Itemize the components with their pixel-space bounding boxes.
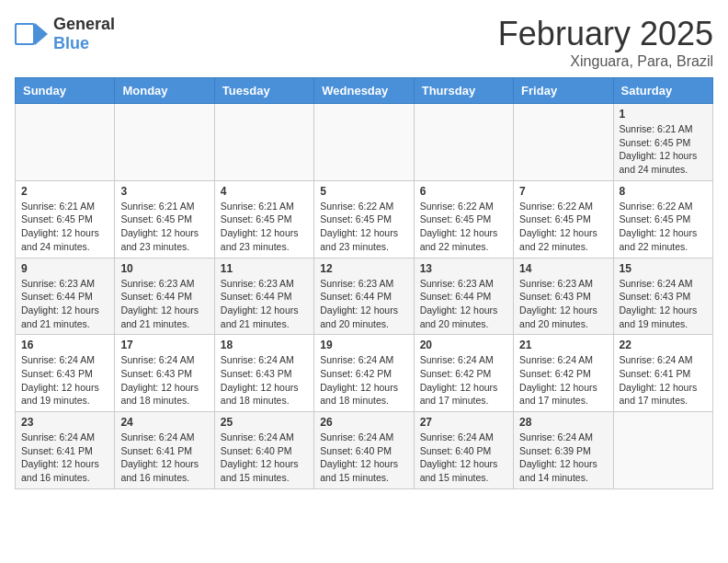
day-number: 19	[320, 339, 407, 351]
weekday-header-row: SundayMondayTuesdayWednesdayThursdayFrid…	[16, 78, 713, 104]
page-header: General Blue February 2025 Xinguara, Par…	[15, 15, 713, 70]
logo-general: General	[53, 15, 115, 33]
day-number: 20	[420, 339, 507, 351]
weekday-header-wednesday: Wednesday	[314, 78, 414, 104]
svg-rect-2	[17, 25, 33, 43]
calendar-cell: 25Sunrise: 6:24 AM Sunset: 6:40 PM Dayli…	[214, 412, 313, 489]
day-info: Sunrise: 6:24 AM Sunset: 6:42 PM Dayligh…	[519, 353, 607, 408]
day-number: 16	[21, 339, 108, 351]
calendar-cell: 8Sunrise: 6:22 AM Sunset: 6:45 PM Daylig…	[613, 180, 712, 258]
calendar-week-2: 2Sunrise: 6:21 AM Sunset: 6:45 PM Daylig…	[16, 180, 713, 258]
title-area: February 2025 Xinguara, Para, Brazil	[498, 15, 713, 70]
month-title: February 2025	[498, 15, 713, 53]
calendar-cell: 27Sunrise: 6:24 AM Sunset: 6:40 PM Dayli…	[414, 412, 513, 489]
day-number: 22	[620, 339, 707, 351]
calendar-cell: 9Sunrise: 6:23 AM Sunset: 6:44 PM Daylig…	[16, 258, 115, 335]
day-info: Sunrise: 6:23 AM Sunset: 6:43 PM Dayligh…	[519, 277, 607, 331]
weekday-header-monday: Monday	[115, 78, 214, 104]
day-number: 24	[120, 416, 208, 429]
day-info: Sunrise: 6:24 AM Sunset: 6:40 PM Dayligh…	[221, 431, 308, 485]
svg-marker-1	[35, 23, 48, 45]
calendar-week-3: 9Sunrise: 6:23 AM Sunset: 6:44 PM Daylig…	[16, 258, 713, 335]
day-info: Sunrise: 6:22 AM Sunset: 6:45 PM Dayligh…	[519, 200, 607, 254]
calendar-cell	[414, 104, 513, 181]
day-number: 26	[320, 416, 407, 429]
day-info: Sunrise: 6:24 AM Sunset: 6:42 PM Dayligh…	[420, 353, 507, 408]
logo-blue: Blue	[53, 34, 89, 52]
calendar-cell: 7Sunrise: 6:22 AM Sunset: 6:45 PM Daylig…	[514, 180, 613, 258]
weekday-header-friday: Friday	[514, 78, 613, 104]
day-info: Sunrise: 6:24 AM Sunset: 6:40 PM Dayligh…	[420, 431, 507, 485]
calendar-cell: 19Sunrise: 6:24 AM Sunset: 6:42 PM Dayli…	[314, 335, 414, 412]
calendar-cell: 2Sunrise: 6:21 AM Sunset: 6:45 PM Daylig…	[16, 180, 115, 258]
calendar-cell: 20Sunrise: 6:24 AM Sunset: 6:42 PM Dayli…	[414, 335, 513, 412]
day-number: 7	[519, 185, 607, 198]
day-info: Sunrise: 6:21 AM Sunset: 6:45 PM Dayligh…	[620, 122, 707, 177]
day-info: Sunrise: 6:23 AM Sunset: 6:44 PM Dayligh…	[221, 277, 308, 331]
calendar-cell	[613, 412, 712, 489]
calendar-cell: 4Sunrise: 6:21 AM Sunset: 6:45 PM Daylig…	[214, 180, 313, 258]
calendar-cell: 24Sunrise: 6:24 AM Sunset: 6:41 PM Dayli…	[115, 412, 214, 489]
calendar-cell: 12Sunrise: 6:23 AM Sunset: 6:44 PM Dayli…	[314, 258, 414, 335]
day-info: Sunrise: 6:24 AM Sunset: 6:39 PM Dayligh…	[519, 431, 607, 485]
calendar-table: SundayMondayTuesdayWednesdayThursdayFrid…	[15, 77, 713, 489]
day-number: 21	[519, 339, 607, 351]
calendar-cell: 14Sunrise: 6:23 AM Sunset: 6:43 PM Dayli…	[514, 258, 613, 335]
day-info: Sunrise: 6:24 AM Sunset: 6:41 PM Dayligh…	[620, 353, 707, 408]
calendar-cell: 28Sunrise: 6:24 AM Sunset: 6:39 PM Dayli…	[514, 412, 613, 489]
day-number: 6	[420, 185, 507, 198]
calendar-cell: 6Sunrise: 6:22 AM Sunset: 6:45 PM Daylig…	[414, 180, 513, 258]
day-info: Sunrise: 6:21 AM Sunset: 6:45 PM Dayligh…	[21, 200, 108, 254]
day-number: 15	[620, 262, 707, 275]
day-number: 3	[120, 185, 208, 198]
day-number: 5	[320, 185, 407, 198]
calendar-cell: 21Sunrise: 6:24 AM Sunset: 6:42 PM Dayli…	[514, 335, 613, 412]
calendar-week-1: 1Sunrise: 6:21 AM Sunset: 6:45 PM Daylig…	[16, 104, 713, 181]
day-info: Sunrise: 6:24 AM Sunset: 6:42 PM Dayligh…	[320, 353, 407, 408]
day-info: Sunrise: 6:24 AM Sunset: 6:43 PM Dayligh…	[221, 353, 308, 408]
day-number: 8	[620, 185, 707, 198]
day-number: 4	[221, 185, 308, 198]
day-number: 23	[21, 416, 108, 429]
calendar-cell: 22Sunrise: 6:24 AM Sunset: 6:41 PM Dayli…	[613, 335, 712, 412]
day-info: Sunrise: 6:23 AM Sunset: 6:44 PM Dayligh…	[120, 277, 208, 331]
calendar-cell: 11Sunrise: 6:23 AM Sunset: 6:44 PM Dayli…	[214, 258, 313, 335]
day-number: 18	[221, 339, 308, 351]
day-info: Sunrise: 6:22 AM Sunset: 6:45 PM Dayligh…	[620, 200, 707, 254]
weekday-header-thursday: Thursday	[414, 78, 513, 104]
day-number: 28	[519, 416, 607, 429]
calendar-cell: 17Sunrise: 6:24 AM Sunset: 6:43 PM Dayli…	[115, 335, 214, 412]
day-info: Sunrise: 6:21 AM Sunset: 6:45 PM Dayligh…	[120, 200, 208, 254]
weekday-header-sunday: Sunday	[16, 78, 115, 104]
day-number: 10	[120, 262, 208, 275]
day-number: 9	[21, 262, 108, 275]
day-number: 11	[221, 262, 308, 275]
calendar-cell: 26Sunrise: 6:24 AM Sunset: 6:40 PM Dayli…	[314, 412, 414, 489]
location-title: Xinguara, Para, Brazil	[498, 53, 713, 70]
calendar-cell	[115, 104, 214, 181]
calendar-cell	[214, 104, 313, 181]
calendar-cell: 15Sunrise: 6:24 AM Sunset: 6:43 PM Dayli…	[613, 258, 712, 335]
calendar-cell: 18Sunrise: 6:24 AM Sunset: 6:43 PM Dayli…	[214, 335, 313, 412]
day-number: 1	[620, 108, 707, 121]
day-number: 14	[519, 262, 607, 275]
day-info: Sunrise: 6:24 AM Sunset: 6:43 PM Dayligh…	[120, 353, 208, 408]
calendar-cell	[314, 104, 414, 181]
logo-icon	[15, 19, 48, 49]
logo: General Blue	[15, 15, 115, 53]
calendar-week-5: 23Sunrise: 6:24 AM Sunset: 6:41 PM Dayli…	[16, 412, 713, 489]
day-info: Sunrise: 6:24 AM Sunset: 6:41 PM Dayligh…	[120, 431, 208, 485]
day-info: Sunrise: 6:23 AM Sunset: 6:44 PM Dayligh…	[320, 277, 407, 331]
calendar-cell: 1Sunrise: 6:21 AM Sunset: 6:45 PM Daylig…	[613, 104, 712, 181]
day-number: 13	[420, 262, 507, 275]
day-info: Sunrise: 6:24 AM Sunset: 6:40 PM Dayligh…	[320, 431, 407, 485]
calendar-cell: 3Sunrise: 6:21 AM Sunset: 6:45 PM Daylig…	[115, 180, 214, 258]
day-info: Sunrise: 6:22 AM Sunset: 6:45 PM Dayligh…	[320, 200, 407, 254]
calendar-cell	[514, 104, 613, 181]
day-number: 25	[221, 416, 308, 429]
calendar-cell: 10Sunrise: 6:23 AM Sunset: 6:44 PM Dayli…	[115, 258, 214, 335]
day-number: 2	[21, 185, 108, 198]
calendar-cell: 23Sunrise: 6:24 AM Sunset: 6:41 PM Dayli…	[16, 412, 115, 489]
day-info: Sunrise: 6:24 AM Sunset: 6:43 PM Dayligh…	[620, 277, 707, 331]
day-info: Sunrise: 6:23 AM Sunset: 6:44 PM Dayligh…	[21, 277, 108, 331]
